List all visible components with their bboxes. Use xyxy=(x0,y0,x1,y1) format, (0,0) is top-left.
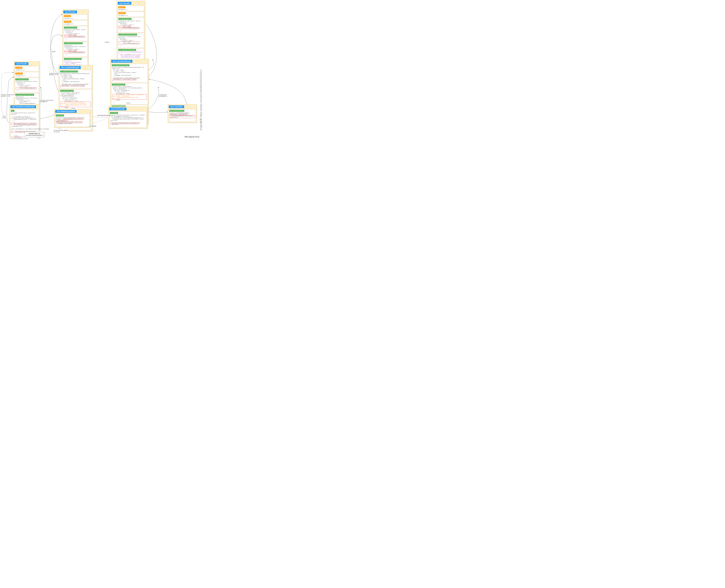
class-modified-layout-node: class ModifiedLayoutNode fun measureover… xyxy=(54,109,90,128)
class-inner-placeable: class InnerPlaceable fun measureoverride… xyxy=(108,107,147,129)
label-calc: 计算宽高 xyxy=(51,51,56,52)
footer-attribution: ©稀土掘金技术社区 xyxy=(184,136,200,138)
label-extends: extends xyxy=(126,54,130,55)
label-return: 返回测量结果 xyxy=(89,125,97,127)
label-outer-first: OuterMeasurablePlaceable 的宽高第一次计算 xyxy=(1,94,15,97)
label-outer-recalc: OuterMeasurablePlaceable 的宽高重新计算 xyxy=(39,100,54,103)
class-layout-node: class LayoutNode fun handleMeasureResult… xyxy=(168,104,197,123)
label-extends: extends xyxy=(23,101,27,102)
label-modlayout2: ModifiedLayoutNode的宽高 第二次计算 xyxy=(54,129,68,133)
class-placeable-right: class Placeable field widthvar width: In… xyxy=(117,1,145,68)
label-extends: extends xyxy=(126,102,130,104)
label-extends: extends xyxy=(71,62,76,64)
label-inner: InnerPlaceable 的宽高重新计算 xyxy=(159,94,167,97)
class-title: class Placeable xyxy=(15,62,28,65)
label-modlayout: ModifiedLayoutNode 的宽高第一次计算 xyxy=(49,72,60,76)
label-nextstep: 这步的后面还有更多步骤的计算 xyxy=(97,114,114,117)
watermark: knight康康 https://juejin.cn/user/19435922… xyxy=(199,69,202,130)
note-bottom: 根据测量结果重新计算 OuterMeasurablePlaceable的大小 xyxy=(25,132,44,137)
label-calc: 计算宽高 xyxy=(104,41,109,43)
start-label: 开始 xyxy=(2,116,7,119)
label-extends: extends xyxy=(71,108,76,109)
